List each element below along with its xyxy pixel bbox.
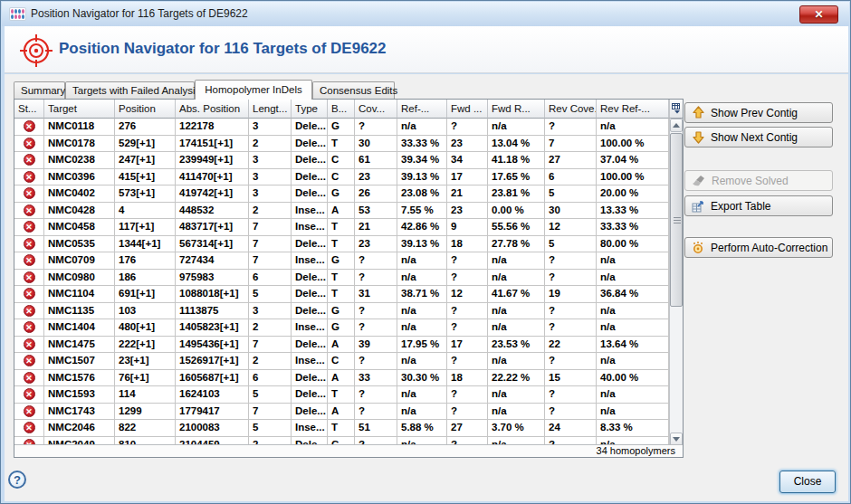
error-x-icon: ✕ (24, 305, 35, 317)
perform-auto-correction-button[interactable]: Perform Auto-Correction (684, 237, 833, 258)
column-header-fwd-r[interactable]: Fwd R... (488, 100, 545, 119)
column-header-abs-position[interactable]: Abs. Position (176, 100, 249, 119)
column-header-st[interactable]: St... (14, 100, 44, 119)
table-row[interactable]: ✕NMC1743129917794177Dele...A?n/a?n/a?n/a (14, 404, 669, 421)
cell-b: T (328, 420, 355, 436)
table-row[interactable]: ✕NMC0458117[+1]483717[+1]7Inse...T2142.8… (14, 219, 669, 236)
cell-abs-position: 1113875 (176, 303, 249, 319)
cell-fwd: 17 (447, 169, 488, 185)
window-close-icon[interactable]: ✕ (799, 5, 838, 24)
cell-b: A (328, 370, 355, 386)
cell-ref: n/a (397, 404, 447, 420)
table-row[interactable]: ✕NMC0178529[+1]174151[+1]2Dele...T3033.3… (14, 136, 669, 153)
close-button[interactable]: Close (779, 471, 836, 493)
down-arrow-icon (692, 130, 705, 144)
table-row[interactable]: ✕NMC0396415[+1]411470[+1]3Dele...C2339.1… (14, 169, 669, 186)
table-row[interactable]: ✕NMC150723[+1]1526917[+1]2Inse...C?n/a?n… (14, 353, 669, 370)
cell-rev-cove: ? (545, 386, 597, 403)
cell-b: A (328, 404, 355, 420)
cell-lengt: 2 (249, 203, 292, 219)
cell-fwd-r: n/a (488, 252, 545, 269)
tab-targets-with-failed-analysis[interactable]: Targets with Failed Analysis (65, 81, 195, 100)
title-bar[interactable]: Position Navigator for 116 Targets of DE… (2, 2, 849, 26)
column-picker-button[interactable] (669, 100, 683, 119)
vertical-scrollbar[interactable] (669, 119, 683, 446)
cell-position: 76[+1] (115, 370, 176, 386)
cell-rev-ref: 33.33 % (597, 219, 669, 235)
cell-type: Dele... (292, 169, 328, 185)
cell-target: NMC0458 (44, 219, 115, 235)
cell-ref: 17.95 % (397, 337, 447, 353)
table-row[interactable]: ✕NMC09801869759836Dele...T?n/a?n/a?n/a (14, 270, 669, 287)
cell-type: Dele... (292, 337, 328, 353)
table-row[interactable]: ✕NMC1475222[+1]1495436[+1]7Dele...A3917.… (14, 337, 669, 354)
table-row[interactable]: ✕NMC0402573[+1]419742[+1]3Dele...G2623.0… (14, 185, 669, 203)
column-header-cov[interactable]: Cov... (355, 100, 397, 119)
table-row[interactable]: ✕NMC05351344[+1]567314[+1]7Dele...T2339.… (14, 236, 669, 253)
column-header-lengt[interactable]: Lengt... (249, 100, 292, 119)
table-row[interactable]: ✕NMC07091767274347Inse...G?n/a?n/a?n/a (14, 252, 669, 270)
cell-rev-cove: 24 (545, 420, 597, 436)
status-cell: ✕ (14, 219, 44, 235)
column-header-rev-ref[interactable]: Rev Ref-... (597, 100, 669, 119)
column-header-ref[interactable]: Ref-... (397, 100, 447, 119)
show-next-contig-button[interactable]: Show Next Contig (684, 127, 833, 147)
table-row[interactable]: ✕NMC157676[+1]1605687[+1]6Dele...A3330.3… (14, 370, 669, 387)
table-row[interactable]: ✕NMC1404480[+1]1405823[+1]2Inse...G?n/a?… (14, 319, 669, 337)
table-row[interactable]: ✕NMC042844485322Inse...A537.55 %230.00 %… (14, 203, 669, 220)
cell-type: Dele... (292, 404, 328, 420)
cell-target: NMC0709 (44, 252, 115, 269)
cell-fwd-r: n/a (488, 303, 545, 319)
help-button[interactable]: ? (8, 471, 26, 489)
column-header-type[interactable]: Type (292, 100, 328, 119)
error-x-icon: ✕ (24, 187, 35, 199)
status-cell: ✕ (14, 185, 44, 202)
tab-homopolymer-indels[interactable]: Homopolymer InDels (195, 80, 312, 100)
cell-ref: 39.34 % (397, 152, 447, 168)
app-icon (9, 7, 26, 21)
column-header-target[interactable]: Target (44, 100, 115, 119)
cell-fwd-r: n/a (488, 319, 545, 336)
cell-b: G (328, 119, 355, 135)
cell-target: NMC1576 (44, 370, 115, 386)
show-prev-contig-button[interactable]: Show Prev Contig (684, 102, 833, 123)
cell-position: 103 (115, 303, 176, 319)
export-table-button[interactable]: Export Table (684, 195, 833, 216)
table-row[interactable]: ✕NMC113510311138753Dele...G?n/a?n/a?n/a (14, 303, 669, 320)
cell-rev-ref: 37.04 % (597, 152, 669, 168)
status-cell: ✕ (14, 319, 44, 336)
cell-rev-ref: 13.64 % (597, 337, 669, 353)
table-row[interactable]: ✕NMC159311416241035Dele...T?n/a?n/a?n/a (14, 386, 669, 404)
table-row[interactable]: ✕NMC01182761221783Dele...G?n/a?n/a?n/a (14, 119, 669, 136)
cell-abs-position: 1088018[+1] (176, 286, 249, 302)
tab-consensus-edits[interactable]: Consensus Edits (312, 81, 395, 100)
table-row[interactable]: ✕NMC0238247[+1]239949[+1]3Dele...C6139.3… (14, 152, 669, 169)
cell-type: Dele... (292, 370, 328, 386)
table-row[interactable]: ✕NMC1104691[+1]1088018[+1]5Dele...T3138.… (14, 286, 669, 303)
column-header-position[interactable]: Position (115, 100, 176, 119)
cell-type: Dele... (292, 303, 328, 319)
table-row[interactable]: ✕NMC204682221000835Inse...T515.88 %273.7… (14, 420, 669, 437)
scrollbar-thumb[interactable] (670, 133, 683, 307)
cell-lengt: 3 (249, 152, 292, 168)
cell-cov: 23 (355, 236, 397, 252)
status-cell: ✕ (14, 353, 44, 369)
cell-lengt: 3 (249, 169, 292, 185)
cell-fwd: ? (447, 119, 488, 135)
tab-summary[interactable]: Summary (14, 81, 65, 100)
column-header-rev-cove[interactable]: Rev Cove... (545, 100, 597, 119)
cell-rev-cove: ? (545, 303, 597, 319)
cell-position: 247[+1] (115, 152, 176, 168)
cell-fwd: ? (447, 303, 488, 319)
cell-fwd: 17 (447, 337, 488, 353)
column-header-fwd[interactable]: Fwd ... (447, 100, 488, 119)
column-header-b[interactable]: B... (328, 100, 355, 119)
scroll-up-icon[interactable] (670, 119, 683, 132)
cell-lengt: 2 (249, 353, 292, 369)
cell-b: T (328, 386, 355, 403)
export-table-icon (692, 200, 705, 213)
cell-ref: n/a (397, 119, 447, 135)
cell-position: 691[+1] (115, 286, 176, 302)
cell-abs-position: 727434 (176, 252, 249, 269)
error-x-icon: ✕ (24, 120, 35, 132)
